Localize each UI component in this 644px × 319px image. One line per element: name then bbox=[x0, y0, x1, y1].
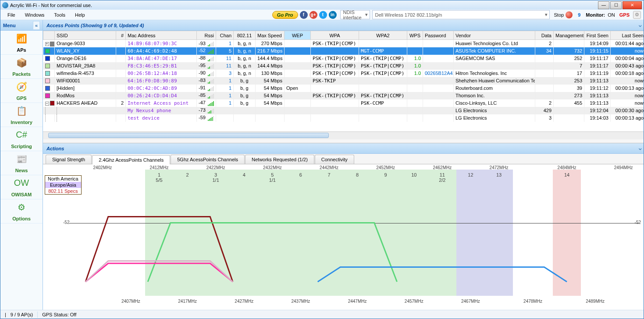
sidebar: Menu « 📶APs📦Packets🧭GPS📋InventoryC#Scrip… bbox=[0, 20, 43, 310]
app-icon bbox=[2, 2, 8, 8]
section-collapse-icon[interactable]: ⌵ bbox=[639, 22, 642, 28]
facebook-icon[interactable]: f bbox=[300, 11, 308, 19]
menu-windows[interactable]: Windows bbox=[21, 11, 49, 19]
settings-icon[interactable]: ⚙ bbox=[633, 11, 641, 19]
news-icon: 📰 bbox=[14, 154, 29, 167]
menu-file[interactable]: File bbox=[3, 11, 20, 19]
stop-button[interactable]: Stop bbox=[554, 11, 573, 18]
options-icon: ⚙ bbox=[14, 202, 29, 215]
minimize-button[interactable]: — bbox=[598, 1, 609, 9]
tab-24ghz-channels[interactable]: 2.4Ghz AcessPoints Channels bbox=[92, 155, 170, 164]
actions-collapse-icon[interactable]: ⌵ bbox=[639, 145, 642, 151]
channel-chart: North America Europe/Asia 802.11 Specs 1… bbox=[43, 164, 644, 310]
menu-help[interactable]: Help bbox=[71, 11, 89, 19]
close-button[interactable]: ✕ bbox=[623, 1, 642, 9]
owisam-icon: OW bbox=[14, 178, 29, 191]
horizontal-scrollbar[interactable] bbox=[43, 131, 644, 139]
googleplus-icon[interactable]: g+ bbox=[310, 11, 317, 19]
table-row[interactable]: +Orange-903314:B9:68:07:90:3C-93 1b, g, … bbox=[43, 40, 644, 47]
table-row[interactable]: MOVISTAR_29A8F8:C3:46:E5:29:B1-95 11b, g… bbox=[43, 62, 644, 70]
ap-table[interactable]: SSID# Mac AddressRssi Chan802.11 Max Spe… bbox=[43, 31, 644, 122]
tab-signal-strength[interactable]: Signal Strength bbox=[46, 155, 92, 164]
scripting-icon: C# bbox=[14, 130, 29, 143]
actions-section-header: Actions ⌵ bbox=[43, 143, 644, 154]
sidebar-collapse-icon[interactable]: « bbox=[33, 21, 40, 30]
interface-combo[interactable]: Dell Wireless 1702 802.11b/g/n bbox=[372, 10, 550, 19]
sidebar-item-gps[interactable]: 🧭GPS bbox=[0, 79, 43, 103]
table-row[interactable]: RodMos00:26:24:CD:D4:D4-85 1b, g54 MbpsP… bbox=[43, 92, 644, 99]
table-row[interactable]: WLAN_XY60:A4:4C:69:D2:48-52 5b, g, n216.… bbox=[43, 47, 644, 55]
tab-connectivity[interactable]: Connectivity bbox=[315, 155, 354, 164]
sidebar-item-scripting[interactable]: C#Scripting bbox=[0, 127, 43, 151]
inventory-icon: 📋 bbox=[14, 106, 29, 119]
table-header-row[interactable]: SSID# Mac AddressRssi Chan802.11 Max Spe… bbox=[43, 31, 644, 40]
collapse-icon[interactable]: − bbox=[45, 102, 49, 106]
sidebar-item-packets[interactable]: 📦Packets bbox=[0, 55, 43, 79]
sidebar-item-options[interactable]: ⚙Options bbox=[0, 199, 43, 223]
table-row[interactable]: Orange-DE1634:8A:AE:47:DE:17-88 11b, g, … bbox=[43, 55, 644, 62]
aps-icon: 📶 bbox=[14, 33, 29, 46]
table-row[interactable]: wifimedia-R-457300:26:5B:12:A4:18-90 3b,… bbox=[43, 70, 644, 77]
table-row[interactable]: −HACKERS AHEAD2Internet Access point-47 … bbox=[43, 99, 644, 107]
menu-tools[interactable]: Tools bbox=[50, 11, 70, 19]
window-title: Acrylic Wi-Fi - Not for commercial use. bbox=[10, 3, 597, 8]
gps-badge[interactable]: GPS bbox=[619, 12, 630, 18]
linkedin-icon[interactable]: in bbox=[329, 11, 337, 19]
monitor-state[interactable]: ON bbox=[608, 12, 615, 18]
sidebar-item-news[interactable]: 📰News bbox=[0, 151, 43, 175]
status-bar: | 9 / 9 AP(s) GPS Status: Off bbox=[0, 310, 644, 319]
tab-networks-requested[interactable]: Networks Requested (1/2) bbox=[245, 155, 314, 164]
sidebar-header: Menu « bbox=[0, 20, 43, 31]
packets-icon: 📦 bbox=[14, 57, 29, 71]
status-gps: GPS Status: Off bbox=[42, 312, 76, 317]
status-ap-count: 9 / 9 AP(s) bbox=[11, 312, 33, 317]
stop-icon bbox=[566, 11, 573, 18]
twitter-icon[interactable]: t bbox=[319, 11, 327, 19]
sidebar-item-owisam[interactable]: OWOWISAM bbox=[0, 175, 43, 199]
titlebar: Acrylic Wi-Fi - Not for commercial use. … bbox=[0, 0, 644, 10]
capture-type-combo[interactable]: NDIS interface bbox=[340, 10, 370, 19]
go-pro-button[interactable]: Go Pro bbox=[272, 11, 298, 19]
ap-count: 9 bbox=[578, 12, 580, 18]
tab-5ghz-channels[interactable]: 5Ghz AcessPoints Channels bbox=[171, 155, 245, 164]
table-row[interactable]: test device-59 LG Electronics319:14:0300… bbox=[43, 114, 644, 122]
expand-icon[interactable]: + bbox=[45, 42, 49, 46]
table-row[interactable]: [Hidden]00:0C:42:0C:AD:89-91 1b, g54 Mbp… bbox=[43, 85, 644, 92]
maximize-button[interactable]: ☐ bbox=[610, 1, 622, 9]
gps-icon: 🧭 bbox=[14, 82, 29, 95]
sidebar-item-aps[interactable]: 📶APs bbox=[0, 31, 43, 55]
sidebar-item-inventory[interactable]: 📋Inventory bbox=[0, 103, 43, 127]
ap-grid: SSID# Mac AddressRssi Chan802.11 Max Spe… bbox=[43, 31, 644, 143]
table-row[interactable]: My Nexus4 phone-73 LG Electronics42919:1… bbox=[43, 107, 644, 114]
aps-section-header: Access Points (Showing 9 of 9, Updated 4… bbox=[43, 20, 644, 31]
actions-tabs: Signal Strength 2.4Ghz AcessPoints Chann… bbox=[43, 154, 644, 164]
table-row[interactable]: WIFI0000164:16:F0:D8:90:89-83 1b, g54 Mb… bbox=[43, 77, 644, 85]
menubar: File Windows Tools Help Go Pro f g+ t in… bbox=[0, 10, 644, 20]
monitor-label: Monitor: bbox=[586, 12, 605, 18]
